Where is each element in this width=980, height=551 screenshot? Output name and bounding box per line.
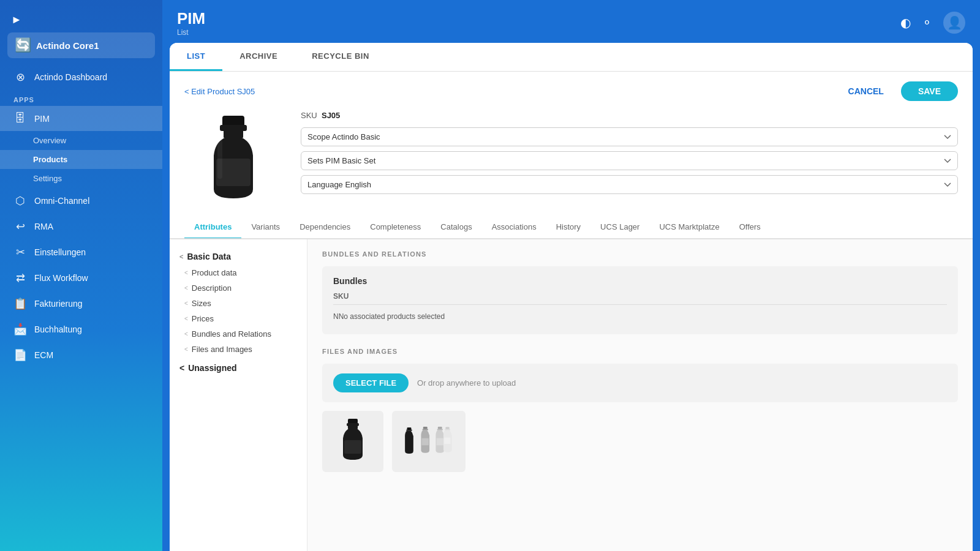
pim-icon: 🗄 bbox=[13, 112, 27, 125]
sidebar-item-einstellungen[interactable]: ✂ Einstellungen bbox=[0, 239, 162, 265]
attr-tab-completeness[interactable]: Completeness bbox=[360, 216, 431, 239]
attr-tab-associations[interactable]: Associations bbox=[482, 216, 546, 239]
svg-rect-14 bbox=[438, 427, 442, 429]
sidebar-logo[interactable]: 🔄 Actindo Core1 bbox=[7, 32, 155, 58]
topbar: PIM List ◐ ⚬ 👤 bbox=[162, 0, 980, 43]
files-upload-area: SELECT FILE Or drop anywhere to upload bbox=[322, 364, 958, 402]
product-info: SKU SJ05 Scope Actindo Basic Sets PIM Ba… bbox=[301, 111, 958, 194]
sub-label: Description bbox=[192, 283, 232, 293]
left-section-unassigned[interactable]: < Unassigned bbox=[170, 357, 307, 377]
bell-icon[interactable]: ⚬ bbox=[922, 15, 932, 30]
arrow-icon: < bbox=[184, 300, 188, 307]
sidebar-sub-settings[interactable]: Settings bbox=[0, 169, 162, 188]
arrow-icon: < bbox=[184, 269, 188, 276]
svg-rect-7 bbox=[348, 425, 358, 429]
sidebar-item-pim[interactable]: 🗄 PIM bbox=[0, 106, 162, 131]
select-file-button[interactable]: SELECT FILE bbox=[333, 373, 409, 392]
sidebar-item-label-flux: Flux Workflow bbox=[34, 273, 88, 283]
tab-bar: LIST ARCHIVE RECYCLE BIN bbox=[170, 43, 973, 72]
sidebar-item-buchhaltung[interactable]: 📩 Buchhaltung bbox=[0, 317, 162, 342]
bundles-table-row: NNo associated products selected bbox=[333, 309, 947, 324]
sidebar-item-label-omni: Omni-Channel bbox=[34, 196, 89, 206]
thumb-multi-bottle[interactable] bbox=[392, 411, 466, 472]
sets-dropdown[interactable]: Sets PIM Basic Set bbox=[301, 151, 958, 170]
tab-recycle-bin[interactable]: RECYCLE BIN bbox=[295, 43, 386, 71]
sidebar-item-ecm[interactable]: 📄 ECM bbox=[0, 342, 162, 368]
sidebar-item-label-pim: PIM bbox=[34, 114, 50, 124]
sidebar-item-omnichannel[interactable]: ⬡ Omni-Channel bbox=[0, 188, 162, 214]
scope-dropdown[interactable]: Scope Actindo Basic bbox=[301, 127, 958, 146]
left-panel: < Basic Data < Product data < Descriptio… bbox=[170, 239, 307, 551]
files-heading: FILES AND IMAGES bbox=[322, 348, 958, 355]
sidebar-sub-products[interactable]: Products bbox=[0, 150, 162, 169]
sidebar-item-rma[interactable]: ↩ RMA bbox=[0, 214, 162, 239]
omnichannel-icon: ⬡ bbox=[13, 194, 27, 208]
tab-list[interactable]: LIST bbox=[170, 43, 222, 71]
product-edit-row: SKU SJ05 Scope Actindo Basic Sets PIM Ba… bbox=[170, 106, 973, 216]
svg-rect-19 bbox=[444, 438, 450, 444]
breadcrumb[interactable]: < Edit Product SJ05 bbox=[184, 87, 255, 96]
app-name: Actindo Core1 bbox=[36, 40, 99, 51]
split-layout: < Basic Data < Product data < Descriptio… bbox=[170, 239, 973, 551]
fakturierung-icon: 📋 bbox=[13, 297, 27, 310]
sidebar-sub-overview[interactable]: Overview bbox=[0, 131, 162, 150]
sku-value: SJ05 bbox=[322, 111, 340, 120]
topbar-title-group: PIM List bbox=[177, 9, 205, 37]
attr-tab-ucs-lager[interactable]: UCS Lager bbox=[590, 216, 649, 239]
thumb-black-bottle[interactable] bbox=[322, 411, 383, 472]
settings-icon: ✂ bbox=[13, 246, 27, 259]
page-title: PIM bbox=[177, 9, 205, 28]
left-section-basic-data[interactable]: < Basic Data bbox=[170, 248, 307, 265]
attr-tab-variants[interactable]: Variants bbox=[241, 216, 290, 239]
svg-rect-8 bbox=[344, 440, 361, 454]
attr-tab-offers[interactable]: Offers bbox=[729, 216, 771, 239]
attr-tab-catalogs[interactable]: Catalogs bbox=[431, 216, 481, 239]
sidebar-item-label-ein: Einstellungen bbox=[34, 247, 86, 257]
right-panel: BUNDLES AND RELATIONS Bundles SKU NNo as… bbox=[307, 239, 973, 551]
sidebar-item-fakturierung[interactable]: 📋 Fakturierung bbox=[0, 291, 162, 317]
topbar-icons: ◐ ⚬ 👤 bbox=[900, 12, 965, 34]
sidebar-toggle[interactable]: ► bbox=[0, 0, 162, 32]
tab-archive[interactable]: ARCHIVE bbox=[222, 43, 295, 71]
sidebar-item-flux[interactable]: ⇄ Flux Workflow bbox=[0, 265, 162, 291]
left-sub-bundles[interactable]: < Bundles and Relations bbox=[170, 326, 307, 342]
sidebar-sub-label-products: Products bbox=[33, 155, 67, 164]
arrow-icon: < bbox=[184, 285, 188, 291]
attr-tab-ucs-marktplatze[interactable]: UCS Marktplatze bbox=[649, 216, 729, 239]
action-bar: < Edit Product SJ05 CANCEL SAVE bbox=[170, 72, 973, 106]
arrow-icon: < bbox=[184, 346, 188, 353]
left-sub-files[interactable]: < Files and Images bbox=[170, 342, 307, 357]
left-sub-product-data[interactable]: < Product data bbox=[170, 265, 307, 280]
buchhaltung-icon: 📩 bbox=[13, 323, 27, 336]
cancel-button[interactable]: CANCEL bbox=[839, 81, 894, 101]
attr-tab-history[interactable]: History bbox=[546, 216, 590, 239]
sku-label-text: SKU bbox=[301, 111, 317, 120]
sub-label: Bundles and Relations bbox=[192, 329, 271, 339]
left-sub-description[interactable]: < Description bbox=[170, 280, 307, 296]
dashboard-icon: ⊗ bbox=[13, 70, 27, 84]
search-icon[interactable]: ◐ bbox=[900, 15, 911, 30]
action-buttons: CANCEL SAVE bbox=[839, 81, 958, 101]
svg-rect-13 bbox=[422, 438, 429, 445]
left-sub-sizes[interactable]: < Sizes bbox=[170, 296, 307, 311]
sidebar-section-apps: Apps bbox=[0, 90, 162, 106]
save-button[interactable]: SAVE bbox=[901, 81, 958, 101]
avatar[interactable]: 👤 bbox=[943, 12, 965, 34]
sub-label: Prices bbox=[192, 314, 214, 323]
svg-rect-10 bbox=[406, 430, 412, 431]
sku-display: SKU SJ05 bbox=[301, 111, 958, 120]
svg-rect-15 bbox=[437, 429, 443, 430]
svg-rect-4 bbox=[217, 130, 222, 179]
attr-tabs: Attributes Variants Dependencies Complet… bbox=[170, 216, 973, 239]
page-subtitle: List bbox=[177, 28, 205, 37]
left-sub-prices[interactable]: < Prices bbox=[170, 311, 307, 326]
svg-rect-5 bbox=[348, 419, 358, 424]
svg-rect-18 bbox=[445, 429, 450, 430]
attr-tab-attributes[interactable]: Attributes bbox=[184, 216, 241, 239]
attr-tab-dependencies[interactable]: Dependencies bbox=[290, 216, 360, 239]
sidebar-item-label-fak: Fakturierung bbox=[34, 299, 83, 309]
product-image-area bbox=[184, 111, 282, 209]
sidebar-item-dashboard[interactable]: ⊗ Actindo Dashboard bbox=[0, 64, 162, 90]
language-dropdown[interactable]: Language English bbox=[301, 175, 958, 194]
chevron-left-icon: < bbox=[179, 253, 183, 260]
